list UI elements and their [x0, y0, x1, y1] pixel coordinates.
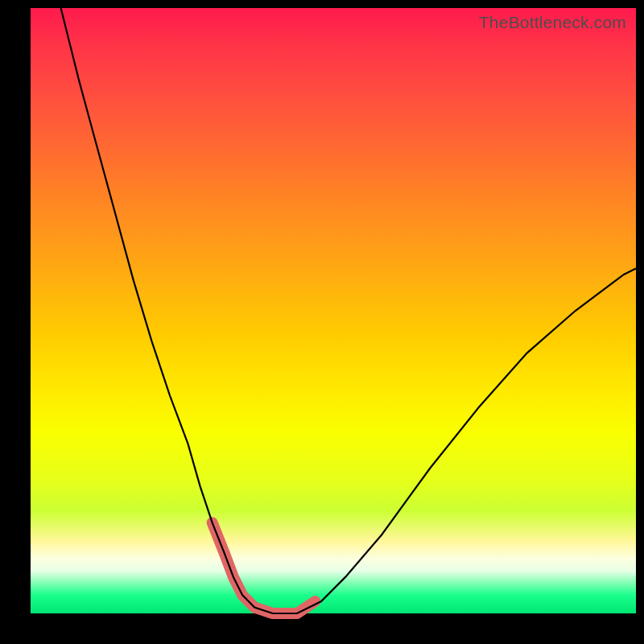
plot-area: TheBottleneck.com: [31, 8, 636, 613]
chart-frame: TheBottleneck.com: [0, 0, 644, 644]
chart-svg: [31, 8, 636, 613]
curve-path: [61, 8, 636, 613]
highlight-segment-path: [213, 522, 316, 613]
